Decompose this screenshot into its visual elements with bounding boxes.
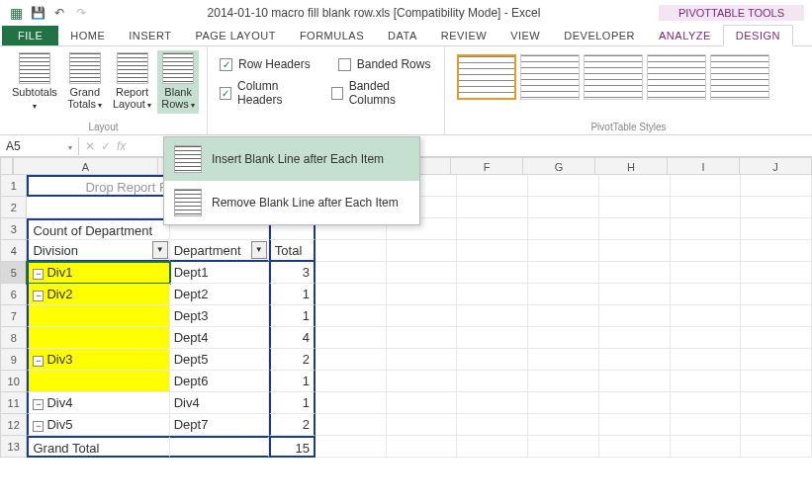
column-header[interactable]: J (740, 157, 812, 175)
cell[interactable] (528, 175, 599, 197)
column-headers-checkbox[interactable]: ✓Column Headers (216, 76, 323, 110)
cell[interactable]: Dept5 (170, 349, 269, 371)
cell[interactable] (671, 197, 742, 218)
cell[interactable]: Dept7 (170, 414, 269, 436)
row-header[interactable]: 6 (0, 284, 27, 305)
insert-blank-line-item[interactable]: Insert Blank Line after Each Item (164, 137, 419, 181)
cell[interactable] (599, 392, 671, 414)
name-box[interactable]: A5 (0, 137, 79, 155)
cell[interactable] (27, 327, 169, 349)
cell[interactable] (528, 197, 599, 218)
cell[interactable] (170, 436, 269, 458)
cell[interactable] (741, 262, 812, 284)
subtotals-button[interactable]: Subtotals (8, 50, 61, 114)
cell[interactable]: Dept1 (170, 262, 269, 284)
cell[interactable] (457, 371, 528, 392)
cell[interactable] (457, 218, 528, 240)
cell[interactable] (599, 414, 671, 436)
cell[interactable] (528, 436, 599, 458)
collapse-icon[interactable]: − (33, 421, 44, 432)
cell[interactable]: 15 (269, 436, 316, 458)
cell[interactable]: Dept3 (170, 305, 269, 327)
cell[interactable] (387, 327, 458, 349)
select-all-corner[interactable] (0, 157, 13, 175)
style-swatch[interactable] (584, 54, 643, 100)
cell[interactable] (741, 371, 812, 392)
cell[interactable] (528, 414, 599, 436)
row-header[interactable]: 10 (0, 371, 27, 392)
cell[interactable] (671, 262, 742, 284)
tab-design[interactable]: DESIGN (723, 25, 793, 46)
style-swatch[interactable] (457, 54, 516, 100)
cell[interactable] (599, 371, 671, 392)
row-headers-checkbox[interactable]: ✓Row Headers (216, 54, 315, 74)
cell[interactable] (316, 284, 387, 305)
cell[interactable] (599, 349, 671, 371)
style-swatch[interactable] (710, 54, 769, 100)
cell[interactable] (599, 197, 671, 218)
grand-totals-button[interactable]: Grand Totals (63, 50, 107, 114)
cell[interactable]: Div4 (170, 392, 269, 414)
cell[interactable] (528, 262, 599, 284)
cell[interactable] (387, 262, 458, 284)
collapse-icon[interactable]: − (33, 356, 44, 367)
report-layout-button[interactable]: Report Layout (109, 50, 156, 114)
cell[interactable] (316, 392, 387, 414)
cell[interactable] (457, 175, 528, 197)
cell[interactable] (599, 262, 671, 284)
cell[interactable] (387, 436, 458, 458)
cell[interactable]: 4 (269, 327, 316, 349)
cell[interactable] (316, 305, 387, 327)
cell[interactable]: 1 (269, 284, 316, 305)
row-header[interactable]: 9 (0, 349, 27, 371)
cell[interactable] (457, 197, 528, 218)
remove-blank-line-item[interactable]: Remove Blank Line after Each Item (164, 181, 419, 224)
cell[interactable]: Division▼ (27, 240, 169, 262)
tab-insert[interactable]: INSERT (117, 26, 183, 45)
tab-review[interactable]: REVIEW (429, 26, 498, 45)
cell[interactable] (316, 262, 387, 284)
cell[interactable]: 2 (269, 349, 316, 371)
cell[interactable]: −Div1 (27, 262, 169, 284)
cell[interactable] (316, 349, 387, 371)
cell[interactable] (528, 327, 599, 349)
banded-columns-checkbox[interactable]: Banded Columns (327, 76, 436, 110)
cell[interactable] (316, 327, 387, 349)
cell[interactable] (671, 414, 742, 436)
cell[interactable]: 1 (269, 305, 316, 327)
cell[interactable]: Department▼ (170, 240, 269, 262)
cell[interactable] (671, 371, 742, 392)
cell[interactable] (457, 414, 528, 436)
cell[interactable] (387, 284, 458, 305)
cell[interactable]: Dept6 (170, 371, 269, 392)
cell[interactable] (387, 305, 458, 327)
cell[interactable]: −Div3 (27, 349, 169, 371)
tab-formulas[interactable]: FORMULAS (288, 26, 376, 45)
row-header[interactable]: 7 (0, 305, 27, 327)
cell[interactable] (599, 240, 671, 262)
collapse-icon[interactable]: − (33, 269, 44, 280)
cell[interactable] (316, 240, 387, 262)
division-filter-button[interactable]: ▼ (152, 241, 168, 259)
enter-icon[interactable]: ✓ (101, 139, 111, 153)
cell[interactable] (741, 414, 812, 436)
style-swatch[interactable] (520, 54, 580, 100)
cell[interactable] (457, 240, 528, 262)
cell[interactable] (457, 284, 528, 305)
cell[interactable] (387, 371, 458, 392)
cell[interactable] (457, 349, 528, 371)
cell[interactable] (599, 436, 671, 458)
cell[interactable] (741, 240, 812, 262)
tab-developer[interactable]: DEVELOPER (552, 26, 647, 45)
cell[interactable] (741, 305, 812, 327)
save-icon[interactable]: 💾 (30, 5, 45, 21)
cell[interactable] (599, 327, 671, 349)
cell[interactable] (741, 284, 812, 305)
column-header[interactable]: A (13, 157, 158, 175)
row-header[interactable]: 12 (0, 414, 27, 436)
cell[interactable]: Dept2 (170, 284, 269, 305)
cell[interactable]: Total (269, 240, 316, 262)
cell[interactable] (671, 327, 742, 349)
cell[interactable] (457, 327, 528, 349)
column-header[interactable]: I (668, 157, 740, 175)
